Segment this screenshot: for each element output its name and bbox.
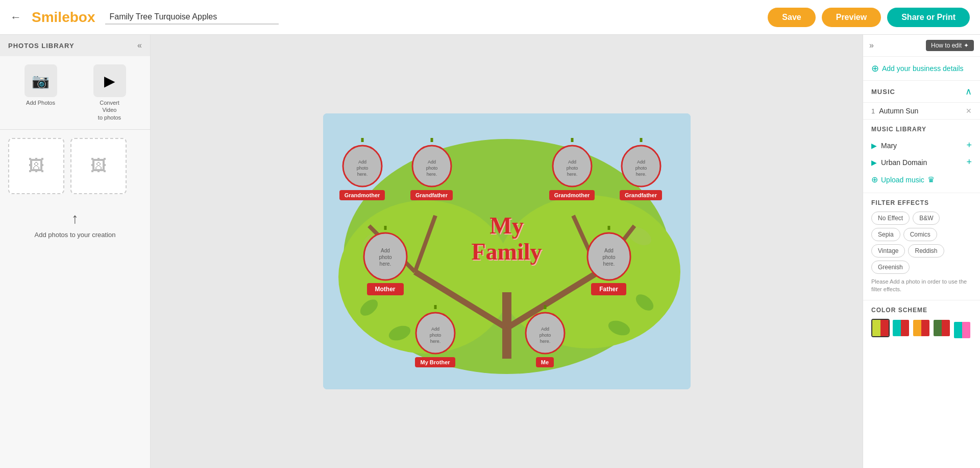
apple-brother[interactable]: Add photo here. My Brother — [412, 305, 458, 367]
svg-text:photo: photo — [426, 166, 437, 171]
swatch-2-right — [901, 320, 909, 336]
apple-svg-bro: Add photo here. — [412, 305, 458, 356]
filter-reddish[interactable]: Reddish — [908, 244, 944, 258]
label-gf1: Grandfather — [410, 190, 453, 200]
collapse-sidebar-button[interactable]: « — [137, 41, 142, 50]
apple-grandmother2[interactable]: Add photo here. Grandmother — [549, 138, 595, 200]
filter-grid: No Effect B&W Sepia Comics Vintage Reddi… — [871, 212, 972, 274]
remove-track-button[interactable]: ✕ — [966, 107, 972, 115]
expand-right-panel-button[interactable]: » — [869, 41, 874, 50]
color-swatch-5[interactable] — [953, 321, 971, 339]
svg-text:Add: Add — [568, 159, 576, 165]
apple-grandmother1[interactable]: Add photo here. Grandmother — [339, 138, 385, 200]
color-swatches — [871, 319, 972, 339]
preview-button[interactable]: Preview — [822, 8, 881, 27]
filter-vintage[interactable]: Vintage — [871, 244, 905, 258]
add-photos-hint-text: Add photos to your creation — [35, 231, 116, 239]
filter-bw[interactable]: B&W — [913, 212, 940, 225]
play-icon-mary: ▶ — [871, 142, 877, 150]
how-to-edit-button[interactable]: How to edit ✦ — [926, 40, 974, 51]
label-brother: My Brother — [415, 357, 455, 367]
color-swatch-3[interactable] — [912, 319, 930, 337]
label-mom: Mother — [367, 283, 404, 295]
sidebar-tools: 📷 Add Photos ▶ ConvertVideoto photos — [0, 56, 150, 130]
add-mary-button[interactable]: + — [966, 140, 972, 151]
convert-video-icon: ▶ — [93, 64, 126, 97]
apple-grandfather1[interactable]: Add photo here. Grandfather — [409, 138, 455, 200]
add-urban-button[interactable]: + — [966, 157, 972, 168]
label-gm2: Grandmother — [549, 190, 595, 200]
sidebar-header: PHOTOS LIBRARY « — [0, 35, 150, 56]
right-sidebar-top: » How to edit ✦ — [863, 35, 980, 57]
label-gf2: Grandfather — [620, 190, 662, 200]
label-gm1: Grandmother — [339, 190, 385, 200]
svg-text:photo: photo — [566, 166, 578, 171]
filter-effects-title: FILTER EFFECTS — [871, 199, 972, 206]
photo-slot-icon-2: 🖼 — [90, 156, 107, 175]
music-library-title: MUSIC LIBRARY — [863, 124, 980, 137]
svg-text:Add: Add — [431, 326, 439, 332]
apple-svg-me: Add photo here. — [522, 305, 568, 356]
plus-circle-icon: ⊕ — [871, 63, 879, 74]
svg-text:photo: photo — [356, 166, 368, 171]
color-scheme-section: COLOR SCHEME — [863, 300, 980, 345]
filter-greenish[interactable]: Greenish — [871, 261, 910, 274]
swatch-4-left — [934, 320, 942, 336]
add-photos-icon: 📷 — [24, 64, 57, 97]
music-section-header: MUSIC ∧ — [863, 81, 980, 103]
track-number: 1 — [871, 107, 875, 115]
add-photos-label: Add Photos — [26, 99, 55, 106]
svg-text:here.: here. — [426, 172, 437, 177]
canvas-area: My Family Add photo here. Grandmother — [151, 35, 863, 468]
add-business-button[interactable]: ⊕ Add your business details — [863, 57, 980, 81]
how-to-edit-label: How to edit — [931, 42, 962, 49]
svg-text:photo: photo — [602, 254, 615, 260]
apple-father[interactable]: Add photo here. Father — [583, 226, 634, 295]
logo-text: Smilebox — [32, 9, 95, 26]
photo-slot-icon-1: 🖼 — [28, 156, 44, 175]
filter-no-effect[interactable]: No Effect — [871, 212, 910, 225]
my-family-line2: Family — [466, 239, 548, 265]
back-button[interactable]: ← — [10, 11, 21, 24]
svg-text:here.: here. — [540, 339, 550, 344]
svg-text:here.: here. — [567, 172, 577, 177]
upload-music-label: Upload music — [881, 176, 924, 184]
add-photos-tool[interactable]: 📷 Add Photos — [8, 64, 73, 121]
upload-music-button[interactable]: ⊕ Upload music ♛ — [863, 171, 980, 189]
color-swatch-2[interactable] — [892, 319, 910, 337]
convert-video-tool[interactable]: ▶ ConvertVideoto photos — [77, 64, 142, 121]
save-button[interactable]: Save — [768, 8, 815, 27]
svg-text:Add: Add — [636, 159, 645, 165]
svg-text:here.: here. — [430, 339, 440, 344]
logo: Smilebox — [32, 9, 95, 26]
svg-text:Add: Add — [427, 159, 435, 165]
family-tree-canvas[interactable]: My Family Add photo here. Grandmother — [323, 113, 691, 389]
photo-slot-1[interactable]: 🖼 — [8, 138, 64, 194]
svg-text:Add: Add — [541, 326, 549, 332]
swatch-1-right — [880, 320, 889, 336]
swatch-1-left — [872, 320, 880, 336]
music-title: MUSIC — [871, 88, 895, 96]
convert-video-label: ConvertVideoto photos — [98, 99, 121, 121]
apple-me[interactable]: Add photo here. Me — [522, 305, 568, 367]
label-me: Me — [536, 357, 554, 367]
share-button[interactable]: Share or Print — [887, 8, 970, 27]
library-item-urban[interactable]: ▶ Urban Domain + — [863, 154, 980, 171]
swatch-3-right — [921, 320, 929, 336]
my-family-title: My Family — [466, 213, 548, 265]
filter-sepia[interactable]: Sepia — [871, 228, 900, 241]
svg-text:Add: Add — [381, 248, 390, 253]
filter-comics[interactable]: Comics — [903, 228, 937, 241]
color-scheme-title: COLOR SCHEME — [871, 307, 972, 314]
photo-slot-2[interactable]: 🖼 — [70, 138, 127, 194]
music-collapse-button[interactable]: ∧ — [965, 86, 972, 97]
color-swatch-1[interactable] — [871, 319, 890, 337]
library-item-mary[interactable]: ▶ Mary + — [863, 137, 980, 154]
main-layout: PHOTOS LIBRARY « 📷 Add Photos ▶ ConvertV… — [0, 35, 980, 468]
project-title-input[interactable] — [105, 10, 279, 25]
apple-svg-gm2: Add photo here. — [549, 138, 595, 189]
color-swatch-4[interactable] — [933, 319, 951, 337]
plus-circle-icon-music: ⊕ — [871, 175, 878, 184]
apple-grandfather2[interactable]: Add photo here. Grandfather — [618, 138, 664, 200]
apple-mother[interactable]: Add photo here. Mother — [360, 226, 411, 295]
